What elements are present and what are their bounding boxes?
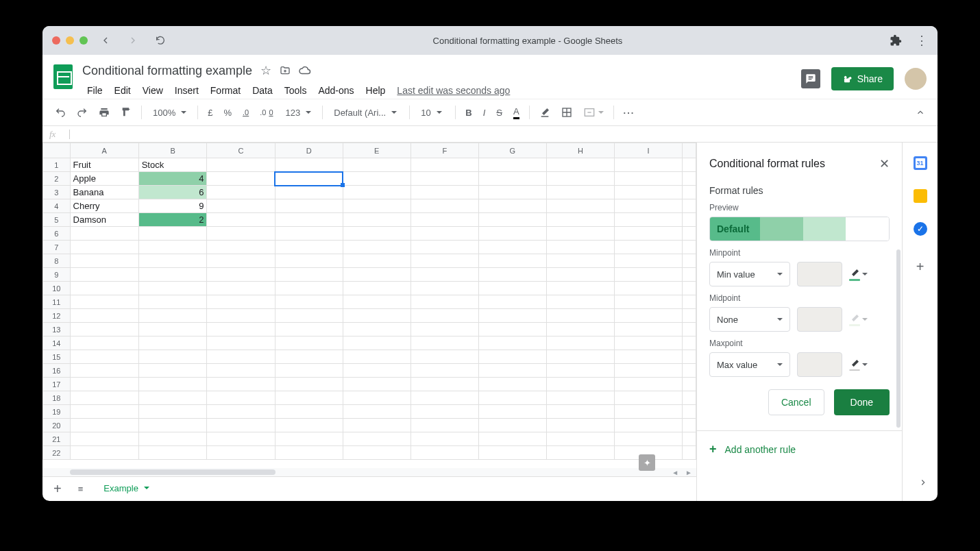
menu-file[interactable]: File [82, 82, 108, 99]
last-edit-link[interactable]: Last edit was seconds ago [392, 82, 515, 99]
calendar-addon-icon[interactable]: 31 [914, 156, 927, 170]
explore-button[interactable]: ✦ [639, 454, 655, 471]
menu-data[interactable]: Data [247, 82, 278, 99]
nav-reload[interactable] [155, 35, 166, 46]
sheet-tab-active[interactable]: Example [94, 477, 159, 502]
preview-label: Preview [709, 203, 890, 212]
minpoint-color-picker[interactable] [849, 268, 868, 281]
done-button[interactable]: Done [834, 389, 890, 415]
maxpoint-color-picker[interactable] [849, 358, 868, 371]
menu-edit[interactable]: Edit [110, 82, 136, 99]
comments-icon[interactable] [801, 69, 820, 88]
undo-button[interactable] [51, 104, 70, 121]
maxpoint-label: Maxpoint [709, 339, 890, 348]
close-panel-button[interactable]: ✕ [879, 156, 890, 171]
more-toolbar-button[interactable]: ··· [620, 105, 639, 121]
sheets-logo[interactable] [49, 63, 77, 90]
print-button[interactable] [95, 104, 114, 121]
increase-decimal-button[interactable]: .00 [256, 106, 277, 119]
italic-button[interactable]: I [479, 105, 490, 121]
browser-tab-title: Conditional formatting example - Google … [166, 36, 890, 46]
browser-chrome: Conditional formatting example - Google … [42, 26, 938, 55]
window-minimize[interactable] [66, 36, 74, 45]
sheet-tabs-bar: + ≡ Example ✦ [42, 476, 696, 501]
zoom-dropdown[interactable]: 100% [147, 106, 192, 120]
menu-tools[interactable]: Tools [280, 82, 312, 99]
currency-button[interactable]: £ [204, 105, 217, 121]
cancel-button[interactable]: Cancel [768, 389, 824, 415]
menu-format[interactable]: Format [206, 82, 245, 99]
toolbar: 100% £ % .0 .00 123 Default (Ari... 10 B… [42, 99, 938, 126]
bold-button[interactable]: B [461, 105, 476, 121]
gradient-preview[interactable]: Default [709, 217, 890, 241]
midpoint-dropdown[interactable]: None [709, 307, 790, 332]
paint-format-button[interactable] [117, 104, 136, 121]
keep-addon-icon[interactable] [914, 189, 927, 203]
app-header: Conditional formatting example ☆ File Ed… [42, 55, 938, 99]
midpoint-color-picker[interactable] [849, 313, 868, 326]
menu-addons[interactable]: Add-ons [313, 82, 358, 99]
number-format-dropdown[interactable]: 123 [280, 106, 317, 120]
cloud-status-icon[interactable] [299, 64, 311, 77]
add-sheet-button[interactable]: + [48, 478, 67, 500]
share-label: Share [857, 73, 883, 84]
strikethrough-button[interactable]: S [492, 105, 506, 121]
text-color-button[interactable]: A [509, 103, 524, 122]
font-dropdown[interactable]: Default (Ari... [328, 106, 404, 120]
fill-color-button[interactable] [535, 104, 554, 121]
percent-button[interactable]: % [219, 105, 236, 121]
spreadsheet-grid[interactable]: ABCDEFGHI1FruitStock2Apple43Banana64Cher… [42, 143, 696, 460]
hide-rail-button[interactable] [918, 478, 928, 487]
minpoint-value-input[interactable] [797, 262, 842, 286]
svg-rect-0 [844, 78, 850, 82]
menu-insert[interactable]: Insert [170, 82, 204, 99]
sheet-tab-label: Example [103, 483, 138, 493]
window-close[interactable] [52, 36, 60, 45]
midpoint-value-input[interactable] [797, 307, 842, 332]
account-avatar[interactable] [905, 68, 927, 90]
extensions-icon[interactable] [890, 34, 902, 47]
browser-menu-icon[interactable]: ⋮ [916, 33, 928, 48]
borders-button[interactable] [557, 104, 576, 121]
font-size-dropdown[interactable]: 10 [415, 106, 450, 120]
formula-bar[interactable]: fx [42, 126, 938, 143]
minpoint-dropdown[interactable]: Min value [709, 262, 790, 286]
nav-forward[interactable] [127, 35, 138, 46]
nav-back[interactable] [100, 35, 111, 46]
maxpoint-dropdown[interactable]: Max value [709, 352, 790, 377]
menu-help[interactable]: Help [361, 82, 391, 99]
right-rail: 31 ✓ + [902, 143, 938, 501]
conditional-format-panel: Conditional format rules ✕ Format rules … [696, 143, 902, 501]
minpoint-label: Minpoint [709, 248, 890, 258]
share-button[interactable]: Share [831, 67, 894, 90]
move-folder-icon[interactable] [280, 65, 291, 76]
panel-title: Conditional format rules [709, 158, 825, 170]
format-rules-heading: Format rules [709, 185, 890, 196]
tasks-addon-icon[interactable]: ✓ [914, 222, 927, 236]
menubar: File Edit View Insert Format Data Tools … [82, 78, 801, 99]
star-icon[interactable]: ☆ [260, 63, 271, 78]
fx-label: fx [49, 129, 56, 140]
decrease-decimal-button[interactable]: .0 [238, 106, 253, 119]
horizontal-scrollbar[interactable]: ◄ ► [42, 468, 696, 476]
maxpoint-value-input[interactable] [797, 352, 842, 377]
traffic-lights [52, 36, 88, 45]
add-rule-button[interactable]: + Add another rule [709, 439, 890, 459]
panel-scrollbar[interactable] [896, 249, 901, 428]
merge-cells-button[interactable] [579, 104, 608, 121]
window-maximize[interactable] [79, 36, 88, 45]
get-addons-button[interactable]: + [916, 259, 924, 275]
all-sheets-button[interactable]: ≡ [73, 481, 89, 497]
document-title[interactable]: Conditional formatting example [82, 64, 252, 78]
midpoint-label: Midpoint [709, 293, 890, 303]
redo-button[interactable] [73, 104, 92, 121]
menu-view[interactable]: View [138, 82, 168, 99]
collapse-toolbar-button[interactable] [911, 103, 929, 121]
